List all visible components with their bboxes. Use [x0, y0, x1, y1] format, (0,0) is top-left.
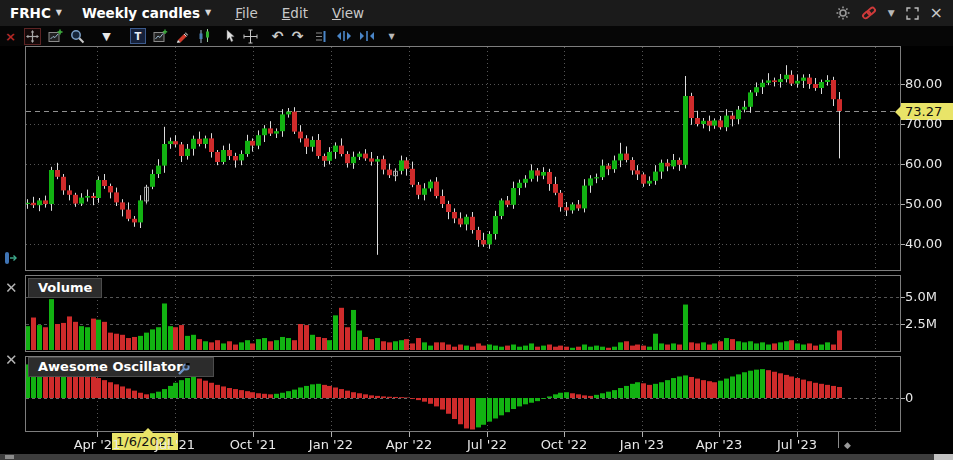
dropdown-arrow-icon[interactable]: ▼ [888, 8, 895, 18]
studies-icon[interactable] [153, 28, 168, 44]
candle-style-icon[interactable] [197, 28, 212, 44]
more-tools-dropdown[interactable]: ▼ [385, 28, 398, 44]
chart-window: FRHC ▼ Weekly candles ▼ File Edit View ▼… [0, 0, 953, 460]
pointer-tool-icon[interactable] [223, 28, 236, 44]
settings-gear-icon[interactable] [836, 6, 850, 20]
wrench-icon[interactable] [177, 361, 190, 380]
close-icon[interactable]: × [930, 5, 943, 21]
panel-splitter-icon[interactable] [3, 250, 19, 270]
draw-tool-icon[interactable] [175, 28, 190, 44]
toolbar: × ▼ T ↶ ↷ [0, 26, 953, 46]
menu-file[interactable]: File [235, 5, 258, 21]
zoom-icon[interactable] [70, 28, 85, 44]
crosshair-tool-icon[interactable] [243, 28, 258, 44]
chevron-down-icon: ▼ [56, 8, 62, 17]
expand-bars-icon[interactable] [336, 28, 352, 44]
menu-view[interactable]: View [332, 5, 364, 21]
horizontal-scrollbar-thumb[interactable] [934, 454, 953, 460]
menu-edit[interactable]: Edit [282, 5, 308, 21]
volume-panel-close-icon[interactable]: ✕ [5, 281, 18, 295]
text-tool-icon[interactable]: T [130, 28, 146, 44]
snap-grid-icon[interactable] [315, 28, 329, 44]
ao-panel-close-icon[interactable]: ✕ [5, 353, 18, 367]
symbol-dropdown[interactable]: FRHC [10, 5, 51, 21]
close-chart-icon[interactable]: × [4, 28, 17, 44]
menu-bar: FRHC ▼ Weekly candles ▼ File Edit View ▼… [0, 0, 953, 26]
new-chart-icon[interactable] [48, 28, 63, 44]
redo-icon[interactable]: ↷ [291, 28, 304, 44]
triangle-marker-icon[interactable]: ▼ [100, 28, 113, 44]
undo-icon[interactable]: ↶ [271, 28, 284, 44]
chevron-down-icon: ▼ [205, 8, 211, 17]
shrink-bars-icon[interactable] [359, 28, 375, 44]
pan-mode-icon[interactable] [24, 28, 41, 45]
horizontal-scrollbar-track[interactable] [0, 454, 953, 460]
timeframe-dropdown[interactable]: Weekly candles [82, 5, 200, 21]
chart-canvas[interactable] [0, 0, 953, 460]
go-to-end-icon[interactable]: ◆ [844, 440, 851, 450]
link-charts-icon[interactable] [859, 3, 879, 22]
maximize-icon[interactable] [906, 7, 919, 20]
